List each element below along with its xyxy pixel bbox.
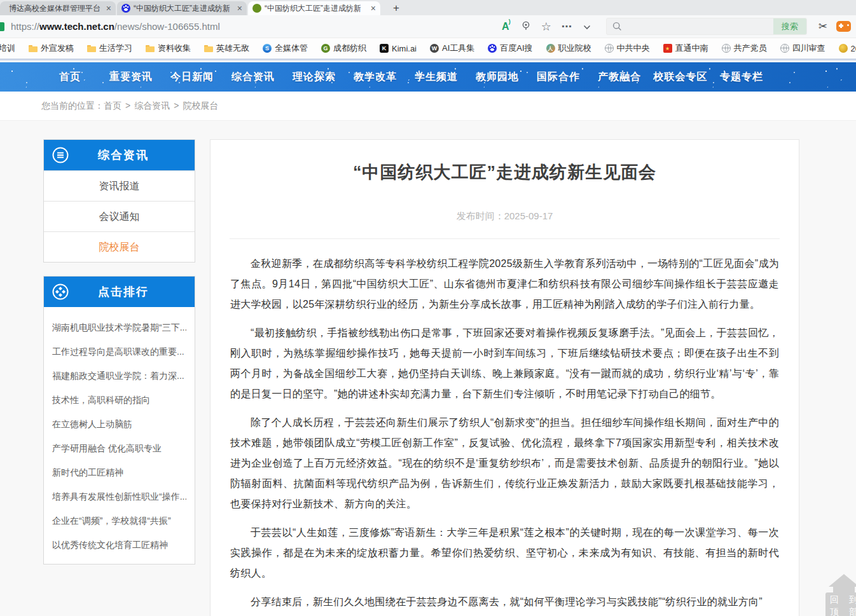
nav-item-重要资讯[interactable]: 重要资讯 <box>100 62 162 92</box>
breadcrumb-link[interactable]: 综合资讯 <box>134 100 170 112</box>
sidebar-item-会议通知[interactable]: 会议通知 <box>44 201 195 231</box>
bookmark-label: 百度AI搜 <box>500 43 532 54</box>
nav-item-首页[interactable]: 首页 <box>39 62 100 92</box>
nav-item-产教融合[interactable]: 产教融合 <box>589 62 650 92</box>
bookmark-item[interactable]: 外宣发稿 <box>29 43 74 54</box>
bookmark-label: 直通中南 <box>675 43 708 54</box>
article-paragraph: 分享结束后，新生们久久地围绕在于芸芸身边不愿离去，就“如何平衡理论学习与实践技能… <box>230 592 779 612</box>
tab-title: 博达高校全媒体群管理平台 <box>9 3 104 14</box>
bookmark-star-icon[interactable]: ☆ <box>536 21 556 32</box>
bookmark-item[interactable]: 英雄无敌 <box>204 43 249 54</box>
black-k-icon: K <box>380 44 389 53</box>
site-main-nav: 首页重要资讯今日新闻综合资讯理论探索教学改革学生频道教师园地国际合作产教融合校联… <box>0 62 856 92</box>
tab-close-icon[interactable]: × <box>106 4 111 13</box>
tech-green-favicon <box>252 4 261 13</box>
bookmark-item[interactable]: 中共中央 <box>605 43 650 54</box>
category-panel-title: 综合资讯 <box>69 147 195 163</box>
scissors-icon[interactable]: ✂ <box>818 20 827 33</box>
ranking-link[interactable]: 产学研用融合 优化高职专业 <box>52 436 186 460</box>
tab-close-icon[interactable]: × <box>371 4 376 13</box>
bookmark-item[interactable]: WAI工具集 <box>430 43 474 54</box>
breadcrumb-separator: > <box>125 100 130 112</box>
bookmark-item[interactable]: 2024-20 <box>839 44 856 53</box>
page-content: 综合资讯 资讯报道会议通知院校展台 点击排行 湖南机电职业技术学院暑期“三下..… <box>0 121 856 616</box>
sidebar-item-资讯报道[interactable]: 资讯报道 <box>44 170 195 201</box>
gold-badge-icon <box>839 44 848 53</box>
breadcrumb: 您当前的位置： 首页>综合资讯>院校展台 <box>0 92 856 121</box>
location-beacon-glyph <box>521 20 531 31</box>
tab-bar: 博达高校全媒体群管理平台×“中国纺织大工匠”走进成纺新×“中国纺织大工匠”走进成… <box>0 0 856 15</box>
nav-item-专题专栏[interactable]: 专题专栏 <box>711 62 772 92</box>
nav-item-教师园地[interactable]: 教师园地 <box>467 62 528 92</box>
w-circle-icon: W <box>430 44 439 53</box>
tab-title: “中国纺织大工匠”走进成纺新 <box>265 3 368 14</box>
back-to-top-button[interactable]: 回到顶部 <box>822 574 856 616</box>
bookmark-label: 中共中央 <box>617 43 650 54</box>
nav-item-理论探索[interactable]: 理论探索 <box>284 62 345 92</box>
browser-tab-active[interactable]: “中国纺织大工匠”走进成纺新× <box>248 1 380 15</box>
search-button[interactable]: 搜索 <box>773 18 806 34</box>
nav-items-container: 首页重要资讯今日新闻综合资讯理论探索教学改革学生频道教师园地国际合作产教融合校联… <box>39 62 856 92</box>
bookmark-item[interactable]: 百度AI搜 <box>488 43 532 54</box>
toolbar-search: 搜索 <box>606 18 807 35</box>
browser-tab[interactable]: “中国纺织大工匠”走进成纺新× <box>117 1 247 15</box>
ranking-link[interactable]: 工作过程导向是高职课改的重要... <box>52 339 186 364</box>
bookmark-item[interactable]: S全媒体管 <box>263 43 308 54</box>
bookmark-item[interactable]: G成都纺织 <box>321 43 366 54</box>
bookmark-item[interactable]: ★直通中南 <box>663 43 708 54</box>
bookmark-item[interactable]: 人职业院校 <box>546 43 591 54</box>
browser-tab[interactable]: 博达高校全媒体群管理平台× <box>0 1 116 15</box>
breadcrumb-link[interactable]: 院校展台 <box>183 100 218 112</box>
bookmark-label: 生活学习 <box>99 43 132 54</box>
breadcrumb-prefix: 您当前的位置： <box>41 100 104 112</box>
chevron-down-icon[interactable] <box>577 22 597 32</box>
bookmark-item[interactable]: 资料收集 <box>146 43 191 54</box>
bookmark-item[interactable]: 四川审查 <box>780 43 825 54</box>
article-paragraph: 金秋迎新季，在成都纺织高等专科学校纺织工程学院2025级新生入学教育系列活动中，… <box>230 254 779 315</box>
article-paragraph: 除了个人成长历程，于芸芸还向新生们展示了纺织人“创新求变”的担当。担任细纱车间操… <box>230 413 779 514</box>
bookmark-item[interactable]: 共产党员 <box>722 43 767 54</box>
sidebar-item-院校展台[interactable]: 院校展台 <box>44 231 195 262</box>
ranking-link[interactable]: 湖南机电职业技术学院暑期“三下... <box>52 315 186 339</box>
address-bar[interactable]: https://www.tech.net.cn/news/show-106655… <box>11 21 220 32</box>
globe-icon <box>722 44 731 53</box>
bookmark-item[interactable]: 生活学习 <box>87 43 132 54</box>
url-path: /news/show-106655.html <box>114 21 220 32</box>
ranking-link[interactable]: 福建船政交通职业学院：着力深... <box>52 364 186 388</box>
read-aloud-icon[interactable]: A) <box>495 22 516 32</box>
ranking-link[interactable]: 在立德树人上动脑筋 <box>52 412 186 436</box>
gamepad-icon[interactable] <box>836 21 851 32</box>
location-beacon-icon[interactable] <box>516 20 536 32</box>
breadcrumb-link[interactable]: 首页 <box>104 100 121 112</box>
ranking-link[interactable]: 技术性，高职科研的指向 <box>52 388 186 412</box>
bookmark-label: 全媒体管 <box>275 43 308 54</box>
ranking-link[interactable]: 企业在“调频”，学校就得“共振” <box>52 509 186 533</box>
url-host: www.tech.net.cn <box>39 21 114 32</box>
ranking-link[interactable]: 新时代的工匠精神 <box>52 460 186 484</box>
tabs-container: 博达高校全媒体群管理平台×“中国纺织大工匠”走进成纺新×“中国纺织大工匠”走进成… <box>0 1 380 15</box>
bookmarks-bar: 培训外宣发稿生活学习资料收集英雄无敌S全媒体管G成都纺织KKimi.aiWAI工… <box>0 38 856 60</box>
nav-item-教学改革[interactable]: 教学改革 <box>345 62 406 92</box>
nav-item-综合资讯[interactable]: 综合资讯 <box>223 62 284 92</box>
bookmark-label: 共产党员 <box>734 43 767 54</box>
new-tab-button[interactable]: + <box>388 1 404 15</box>
green-circle-icon: G <box>321 44 330 53</box>
search-icon <box>612 22 622 31</box>
ranking-link[interactable]: 培养具有发展性创新性职业“操作... <box>52 484 186 509</box>
bookmark-item[interactable]: 培训 <box>0 43 15 54</box>
nav-item-学生频道[interactable]: 学生频道 <box>406 62 467 92</box>
more-options-icon[interactable]: ⋯ <box>556 22 577 32</box>
nav-item-校联会专区[interactable]: 校联会专区 <box>650 62 711 92</box>
nav-item-今日新闻[interactable]: 今日新闻 <box>162 62 223 92</box>
site-security-icon[interactable] <box>0 22 4 31</box>
back-to-top-label: 回到顶部 <box>825 592 856 616</box>
bookmark-label: Kimi.ai <box>392 44 417 53</box>
tab-close-icon[interactable]: × <box>237 4 242 13</box>
back-to-top-char: 部 <box>849 606 856 616</box>
article-paragraph: 于芸芸以“人生如莲，三度修炼”寄语新生：大学三年是积累“莲之根本”的关键时期，现… <box>230 523 779 584</box>
search-input[interactable] <box>622 18 773 34</box>
bookmark-item[interactable]: KKimi.ai <box>380 44 417 53</box>
back-to-top-text-row: 顶部 <box>830 606 856 616</box>
nav-item-国际合作[interactable]: 国际合作 <box>528 62 589 92</box>
ranking-link[interactable]: 以优秀传统文化培育工匠精神 <box>52 533 186 557</box>
